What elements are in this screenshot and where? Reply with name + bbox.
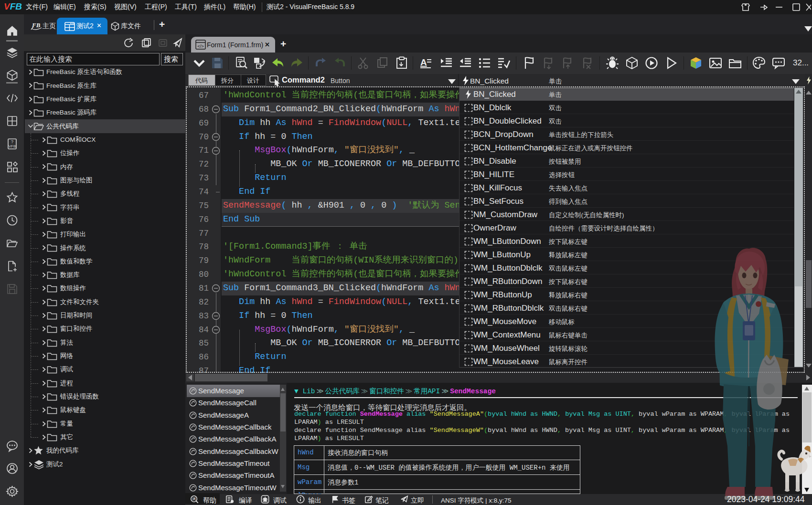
svg-text:A: A: [420, 57, 427, 67]
svg-text:VFB: VFB: [9, 144, 16, 148]
svg-text:</>: </>: [197, 43, 204, 49]
svg-text:?: ?: [11, 139, 13, 144]
svg-text:调: 调: [192, 497, 196, 501]
